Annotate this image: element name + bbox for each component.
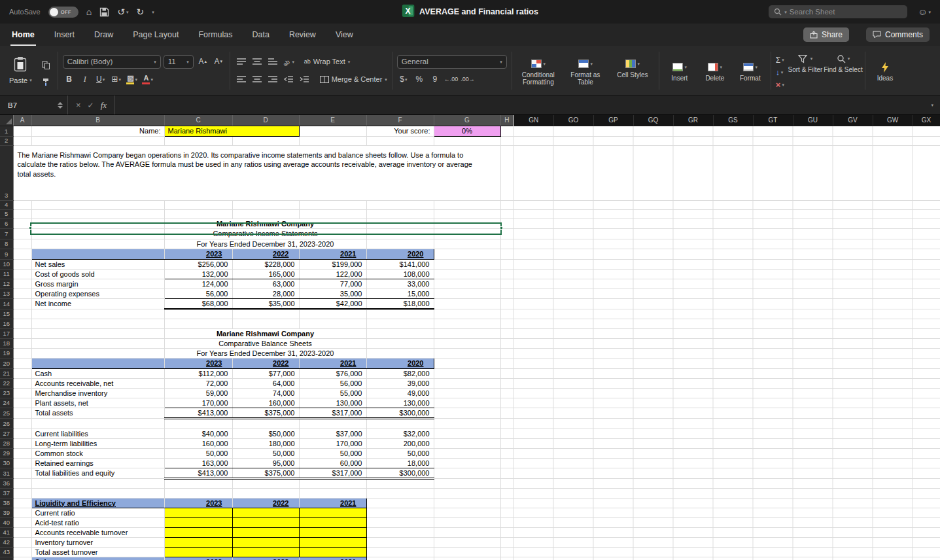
cell[interactable]: 59,000 xyxy=(164,388,232,398)
cell[interactable] xyxy=(366,200,434,209)
cell[interactable] xyxy=(366,498,434,508)
column-header[interactable]: C xyxy=(164,115,232,126)
cell[interactable]: $76,000 xyxy=(299,368,366,378)
ratio-input-cell[interactable] xyxy=(232,517,299,527)
autosave-toggle[interactable]: OFF xyxy=(48,7,78,18)
formula-bar-expand-icon[interactable]: ▾ xyxy=(924,103,940,107)
cell[interactable] xyxy=(434,298,500,309)
cell[interactable]: 2021 xyxy=(299,498,366,508)
cell[interactable] xyxy=(434,319,500,328)
cell[interactable] xyxy=(514,498,940,508)
cell[interactable] xyxy=(366,348,434,358)
row-header[interactable]: 42 xyxy=(0,537,13,547)
select-all-button[interactable] xyxy=(0,115,13,126)
cell[interactable] xyxy=(514,537,940,547)
cell[interactable] xyxy=(500,429,514,438)
row-header[interactable]: 13 xyxy=(0,289,13,298)
paste-button[interactable]: Paste▾ xyxy=(5,55,36,86)
cell[interactable] xyxy=(434,289,500,298)
cell[interactable] xyxy=(500,309,514,319)
cell[interactable] xyxy=(13,289,31,298)
row-header[interactable]: 30 xyxy=(0,458,13,468)
cell[interactable] xyxy=(500,209,514,219)
font-name-select[interactable]: Calibri (Body)▾ xyxy=(63,55,161,69)
cell[interactable] xyxy=(434,269,500,279)
column-header[interactable]: GN xyxy=(514,115,553,126)
cell[interactable]: Long-term liabilities xyxy=(31,438,164,448)
row-header[interactable]: 29 xyxy=(0,448,13,458)
column-header[interactable]: E xyxy=(299,115,366,126)
cell[interactable] xyxy=(232,309,299,319)
ratio-input-cell[interactable] xyxy=(164,517,232,527)
cell[interactable] xyxy=(13,126,31,136)
conditional-formatting-button[interactable]: ▾ Conditional Formatting xyxy=(517,58,560,86)
clear-button[interactable]: ×▾ xyxy=(776,79,784,90)
row-header[interactable]: 5 xyxy=(0,209,13,219)
fill-color-button[interactable]: ▨▾ xyxy=(126,73,139,86)
cell[interactable] xyxy=(514,328,940,338)
row-header[interactable]: 9 xyxy=(0,249,13,259)
row-header[interactable]: 23 xyxy=(0,388,13,398)
row-header[interactable]: 10 xyxy=(0,259,13,269)
cell[interactable]: $50,000 xyxy=(232,429,299,438)
percent-format-button[interactable]: % xyxy=(413,73,426,86)
cell[interactable] xyxy=(366,328,434,338)
cell[interactable] xyxy=(13,468,31,478)
cell[interactable]: For Years Ended December 31, 2023-2020 xyxy=(164,239,366,249)
home-icon[interactable]: ⌂ xyxy=(86,7,92,16)
row-header[interactable]: 38 xyxy=(0,498,13,508)
increase-font-size-button[interactable]: A▴ xyxy=(196,55,209,68)
cell[interactable] xyxy=(434,458,500,468)
cell[interactable] xyxy=(514,319,940,328)
cell[interactable]: $375,000 xyxy=(232,408,299,418)
redo-icon[interactable]: ↻ xyxy=(136,7,144,16)
cell[interactable]: $32,000 xyxy=(366,429,434,438)
cell[interactable]: 49,000 xyxy=(366,388,434,398)
name-box[interactable]: B7 xyxy=(0,96,68,114)
cell[interactable] xyxy=(13,508,31,517)
tab-data[interactable]: Data xyxy=(251,24,270,46)
cell[interactable]: 33,000 xyxy=(366,279,434,289)
cell[interactable] xyxy=(514,145,940,200)
cell[interactable]: 2023 xyxy=(164,557,232,560)
cell[interactable] xyxy=(500,319,514,328)
cell[interactable] xyxy=(434,408,500,418)
ideas-button[interactable]: Ideas xyxy=(870,61,900,82)
cell[interactable] xyxy=(434,368,500,378)
cell[interactable] xyxy=(164,200,232,209)
ratio-input-cell[interactable] xyxy=(299,517,366,527)
row-header[interactable]: 36 xyxy=(0,478,13,488)
row-header[interactable]: 37 xyxy=(0,488,13,498)
cell[interactable] xyxy=(500,527,514,537)
cell[interactable] xyxy=(31,249,164,259)
tab-insert[interactable]: Insert xyxy=(53,24,76,46)
column-header[interactable]: GP xyxy=(593,115,633,126)
cell[interactable]: 2021 xyxy=(299,557,366,560)
cell[interactable] xyxy=(514,478,940,488)
ratio-input-cell[interactable] xyxy=(164,547,232,557)
cell[interactable] xyxy=(13,309,31,319)
cell[interactable]: Total assets xyxy=(31,408,164,418)
cell[interactable] xyxy=(434,328,500,338)
cell[interactable]: 63,000 xyxy=(232,279,299,289)
cell[interactable] xyxy=(500,378,514,388)
cell[interactable] xyxy=(514,418,940,429)
cell[interactable] xyxy=(299,200,366,209)
cell[interactable] xyxy=(13,418,31,429)
cell[interactable]: 50,000 xyxy=(299,448,366,458)
score-cell[interactable]: 0% xyxy=(434,126,500,136)
tab-formulas[interactable]: Formulas xyxy=(197,24,234,46)
row-header[interactable]: 40 xyxy=(0,517,13,527)
cell[interactable]: 50,000 xyxy=(366,448,434,458)
cell[interactable] xyxy=(500,478,514,488)
cell[interactable]: 160,000 xyxy=(164,438,232,448)
cell[interactable]: Merchandise inventory xyxy=(31,388,164,398)
cell[interactable] xyxy=(13,498,31,508)
cell[interactable] xyxy=(31,319,164,328)
cell[interactable] xyxy=(514,508,940,517)
cell[interactable] xyxy=(13,438,31,448)
ratio-input-cell[interactable] xyxy=(232,508,299,517)
cell[interactable]: $42,000 xyxy=(299,298,366,309)
cell[interactable]: Your score: xyxy=(366,126,434,136)
cell[interactable] xyxy=(434,388,500,398)
